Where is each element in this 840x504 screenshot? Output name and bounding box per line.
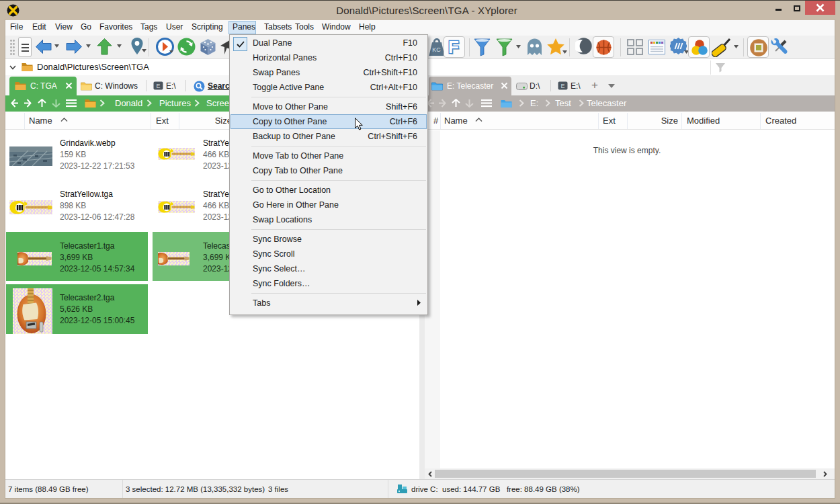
svg-text:E: E [560, 83, 564, 89]
svg-text:F: F [448, 38, 459, 57]
svg-text:E: E [156, 83, 160, 89]
svg-text:KC: KC [432, 46, 441, 53]
